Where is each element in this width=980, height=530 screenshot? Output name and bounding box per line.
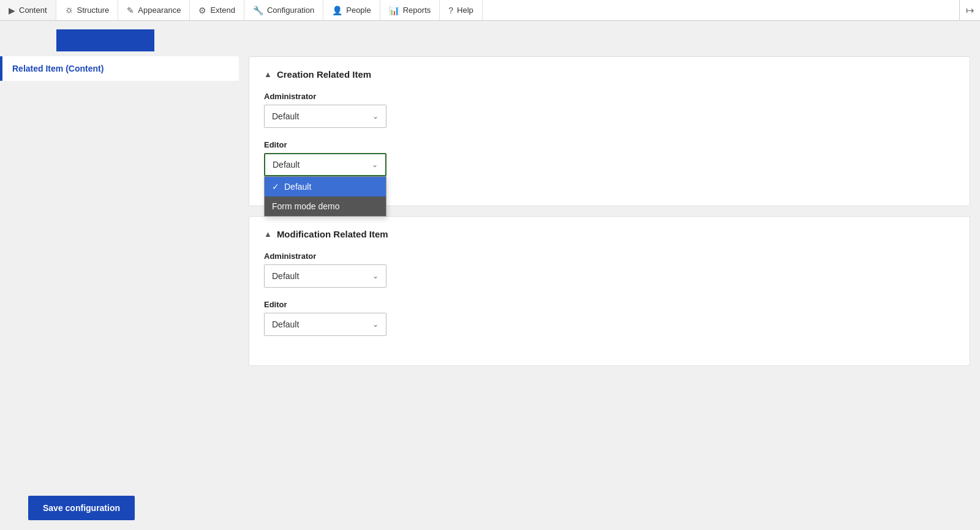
creation-editor-label: Editor xyxy=(264,140,955,149)
nav-help-label: Help xyxy=(457,6,473,15)
content-icon: ▶ xyxy=(9,6,15,15)
modification-editor-label: Editor xyxy=(264,300,955,309)
creation-editor-select[interactable]: Default ⌄ xyxy=(264,153,386,176)
nav-help[interactable]: ? Help xyxy=(440,0,483,20)
creation-administrator-field: Administrator Default ⌄ xyxy=(264,92,955,128)
nav-content[interactable]: ▶ Content xyxy=(0,0,56,20)
nav-structure[interactable]: ⛭ Structure xyxy=(56,0,119,20)
modification-chevron-icon: ▲ xyxy=(264,230,272,239)
modification-administrator-select[interactable]: Default ⌄ xyxy=(264,264,386,288)
nav-content-label: Content xyxy=(19,6,47,15)
nav-appearance-label: Appearance xyxy=(138,6,181,15)
nav-people[interactable]: 👤 People xyxy=(323,0,380,20)
nav-spacer xyxy=(483,0,959,20)
configuration-icon: 🔧 xyxy=(253,6,263,15)
creation-administrator-label: Administrator xyxy=(264,92,955,101)
creation-panel: ▲ Creation Related Item Administrator De… xyxy=(249,56,970,206)
modification-editor-select[interactable]: Default ⌄ xyxy=(264,313,386,336)
sidebar-item-label: Related Item (Content) xyxy=(12,64,104,73)
extend-icon: ⚙ xyxy=(198,6,206,15)
creation-editor-select-wrapper: Default ⌄ ✓ Default Form mode demo xyxy=(264,153,386,176)
dropdown-item-default[interactable]: ✓ Default xyxy=(265,177,386,196)
top-button-area xyxy=(0,21,980,51)
modification-editor-select-wrapper: Default ⌄ xyxy=(264,313,386,336)
creation-editor-value: Default xyxy=(273,160,300,170)
dropdown-item-form-mode-demo[interactable]: Form mode demo xyxy=(265,196,386,216)
creation-panel-header: ▲ Creation Related Item xyxy=(264,69,955,80)
creation-administrator-chevron-icon: ⌄ xyxy=(372,112,379,121)
modification-administrator-chevron-icon: ⌄ xyxy=(372,272,379,280)
nav-configuration-label: Configuration xyxy=(267,6,314,15)
modification-administrator-label: Administrator xyxy=(264,252,955,261)
page-wrapper: Related Item (Content) ▲ Creation Relate… xyxy=(0,21,980,530)
appearance-icon: ✎ xyxy=(127,6,134,15)
nav-collapse-button[interactable]: ↦ xyxy=(959,0,980,20)
nav-structure-label: Structure xyxy=(77,6,110,15)
help-icon: ? xyxy=(448,6,453,15)
creation-editor-dropdown: ✓ Default Form mode demo xyxy=(264,176,386,217)
nav-extend-label: Extend xyxy=(210,6,235,15)
structure-icon: ⛭ xyxy=(65,6,74,15)
creation-administrator-select[interactable]: Default ⌄ xyxy=(264,105,386,128)
top-action-button[interactable] xyxy=(56,29,154,51)
creation-panel-title: Creation Related Item xyxy=(277,69,371,80)
sidebar: Related Item (Content) xyxy=(0,56,239,486)
content-area: Related Item (Content) ▲ Creation Relate… xyxy=(0,51,980,486)
modification-editor-value: Default xyxy=(272,319,299,329)
nav-reports-label: Reports xyxy=(403,6,431,15)
nav-extend[interactable]: ⚙ Extend xyxy=(190,0,244,20)
people-icon: 👤 xyxy=(332,6,342,15)
dropdown-form-mode-label: Form mode demo xyxy=(272,201,339,211)
save-button-area: Save configuration xyxy=(0,486,980,530)
dropdown-default-label: Default xyxy=(284,182,311,192)
modification-editor-chevron-icon: ⌄ xyxy=(372,320,379,329)
nav-appearance[interactable]: ✎ Appearance xyxy=(118,0,190,20)
top-navigation: ▶ Content ⛭ Structure ✎ Appearance ⚙ Ext… xyxy=(0,0,980,21)
modification-panel-title: Modification Related Item xyxy=(277,229,388,239)
modification-administrator-field: Administrator Default ⌄ xyxy=(264,252,955,288)
modification-panel: ▲ Modification Related Item Administrato… xyxy=(249,216,970,366)
modification-panel-header: ▲ Modification Related Item xyxy=(264,229,955,239)
creation-administrator-select-wrapper: Default ⌄ xyxy=(264,105,386,128)
main-content: ▲ Creation Related Item Administrator De… xyxy=(239,56,980,486)
creation-chevron-icon: ▲ xyxy=(264,70,272,79)
creation-editor-chevron-icon: ⌄ xyxy=(372,160,378,169)
nav-reports[interactable]: 📊 Reports xyxy=(380,0,440,20)
modification-administrator-select-wrapper: Default ⌄ xyxy=(264,264,386,288)
modification-editor-field: Editor Default ⌄ xyxy=(264,300,955,336)
nav-configuration[interactable]: 🔧 Configuration xyxy=(244,0,323,20)
modification-administrator-value: Default xyxy=(272,271,299,281)
reports-icon: 📊 xyxy=(389,6,399,15)
checkmark-icon: ✓ xyxy=(272,182,279,192)
creation-editor-field: Editor Default ⌄ ✓ Default xyxy=(264,140,955,176)
creation-administrator-value: Default xyxy=(272,111,299,121)
save-configuration-button[interactable]: Save configuration xyxy=(28,496,135,520)
sidebar-item-related-item-content[interactable]: Related Item (Content) xyxy=(0,56,239,81)
nav-people-label: People xyxy=(346,6,371,15)
